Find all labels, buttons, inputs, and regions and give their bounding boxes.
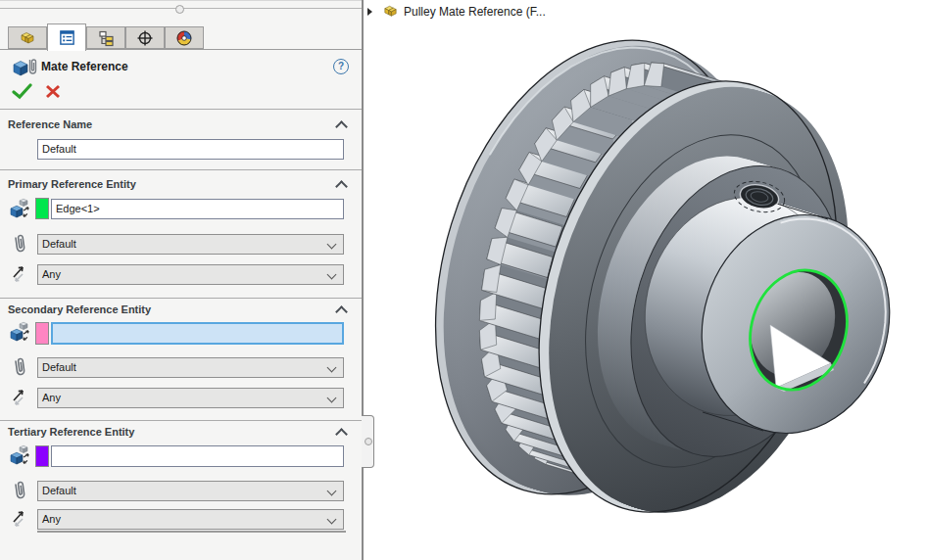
primary-selection-swatch (35, 198, 49, 219)
propertymanager-icon (59, 29, 75, 46)
chevron-down-icon (327, 270, 337, 280)
panel-splitter-grip[interactable] (175, 5, 184, 14)
collapse-chevron-icon[interactable] (335, 120, 348, 133)
tertiary-alignment-dropdown[interactable]: Any (37, 509, 344, 530)
divider (37, 531, 346, 533)
ok-button[interactable] (12, 82, 33, 100)
collapse-chevron-icon[interactable] (335, 428, 348, 441)
secondary-selection-swatch (35, 322, 49, 345)
primary-mate-type-dropdown[interactable]: Default (37, 234, 344, 255)
panel-top-edge (0, 0, 362, 1)
primary-reference-header[interactable]: Primary Reference Entity (8, 178, 136, 190)
paperclip-icon (11, 232, 28, 257)
primary-alignment-dropdown[interactable]: Any (37, 264, 344, 285)
tertiary-reference-header[interactable]: Tertiary Reference Entity (8, 426, 134, 438)
reference-name-header[interactable]: Reference Name (8, 118, 92, 130)
configurationmanager-icon (97, 29, 115, 47)
paperclip-icon (11, 479, 28, 504)
configurationmanager-tab[interactable] (86, 26, 125, 49)
tertiary-mate-type-value: Default (42, 485, 76, 496)
chevron-down-icon (327, 240, 337, 250)
divider (0, 420, 362, 421)
part-icon (19, 29, 36, 47)
divider (0, 298, 362, 299)
cancel-button[interactable] (45, 84, 61, 99)
dimxpert-crosshair-icon (136, 29, 154, 47)
divider (0, 109, 362, 110)
tertiary-selection-swatch (35, 445, 49, 467)
splitter-grip-dot (365, 438, 372, 445)
primary-selection-box[interactable]: Edge<1> (51, 199, 344, 219)
tertiary-selection-box[interactable] (51, 445, 344, 467)
chevron-down-icon (327, 487, 337, 496)
chevron-down-icon (327, 363, 337, 373)
selection-entity-icon (8, 320, 31, 344)
secondary-mate-type-value: Default (42, 361, 76, 373)
selection-entity-icon (8, 443, 31, 467)
solidworks-window: Mate Reference ? Reference Name Default … (0, 0, 925, 560)
primary-alignment-value: Any (42, 268, 61, 280)
panel-title: Mate Reference (41, 60, 128, 73)
collapse-chevron-icon[interactable] (335, 305, 348, 318)
panel-splitter-handle[interactable] (362, 415, 374, 468)
part-icon (382, 3, 399, 20)
secondary-reference-header[interactable]: Secondary Reference Entity (8, 303, 151, 315)
tertiary-mate-type-dropdown[interactable]: Default (37, 481, 344, 501)
selection-entity-icon (8, 197, 31, 220)
mate-alignment-icon (9, 507, 28, 531)
3d-viewport[interactable]: Pulley Mate Reference (F... (364, 0, 925, 560)
tertiary-alignment-value: Any (42, 513, 61, 525)
help-icon[interactable]: ? (333, 59, 349, 74)
collapse-chevron-icon[interactable] (335, 180, 348, 193)
secondary-alignment-dropdown[interactable]: Any (37, 388, 344, 408)
mate-alignment-icon (9, 262, 28, 286)
secondary-selection-box[interactable] (51, 322, 344, 345)
secondary-mate-type-dropdown[interactable]: Default (37, 357, 344, 378)
dimxpertmanager-tab[interactable] (125, 26, 165, 49)
chevron-down-icon (327, 515, 337, 525)
mate-reference-icon (12, 57, 37, 78)
tree-item-pulley-mate-reference[interactable]: Pulley Mate Reference (F... (404, 5, 546, 19)
displaymanager-ball-icon (175, 29, 193, 47)
tree-expand-arrow-icon[interactable] (367, 8, 372, 16)
primary-mate-type-value: Default (42, 238, 76, 250)
divider (0, 169, 362, 170)
chevron-down-icon (327, 394, 337, 403)
secondary-alignment-value: Any (42, 392, 61, 403)
paperclip-icon (11, 355, 28, 381)
mate-alignment-icon (9, 386, 28, 409)
displaymanager-tab[interactable] (165, 26, 204, 49)
propertymanager-tab[interactable] (47, 23, 86, 51)
pulley-model[interactable] (364, 0, 925, 560)
featuremanager-tab[interactable] (8, 26, 47, 49)
propertymanager-panel: Mate Reference ? Reference Name Default … (0, 0, 362, 560)
reference-name-input[interactable]: Default (37, 139, 344, 160)
